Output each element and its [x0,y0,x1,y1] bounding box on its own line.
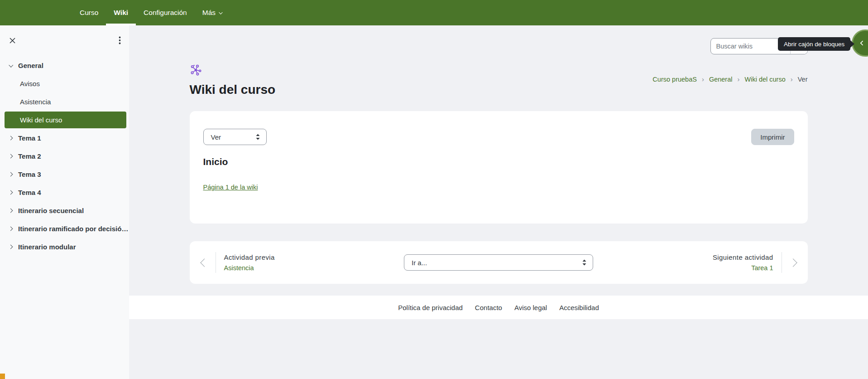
breadcrumb: Curso pruebaS › General › Wiki del curso… [652,75,807,83]
breadcrumb-link-course[interactable]: Curso pruebaS [652,76,697,83]
title-block: Wiki del curso [190,63,276,97]
course-index-options-button[interactable] [119,36,121,44]
sidebar-item-itinerario-secuencial[interactable]: Itinerario secuencial [0,201,129,219]
footer-link-legal[interactable]: Aviso legal [514,304,547,311]
sidebar-item-label: Itinerario modular [18,243,76,251]
tab-configuracion[interactable]: Configuración [136,0,195,25]
sidebar-item-label: Itinerario ramificado por decisió… [18,225,128,233]
jump-to-select[interactable]: Ir a... [404,254,593,271]
sidebar-item-label: Asistencia [20,98,51,106]
sidebar-item-label: Tema 3 [18,170,41,178]
main-region: Abrir cajón de bloques [129,25,868,379]
wiki-page-heading: Inicio [203,156,794,167]
prev-activity-text: Actividad previa Asistencia [224,253,275,272]
footer-link-privacy[interactable]: Política de privacidad [398,304,463,311]
sidebar-item-avisos[interactable]: Avisos [0,74,129,92]
sidebar-item-label: Tema 1 [18,134,41,142]
jump-to-value: Ir a... [412,259,427,267]
breadcrumb-link-general[interactable]: General [709,76,733,83]
tab-mas-label: Más [202,9,216,17]
sidebar-item-label: Avisos [20,80,40,87]
body-row: General Avisos Asistencia Wiki del curso… [0,25,868,379]
tab-wiki-label: Wiki [114,9,128,17]
tab-wiki[interactable]: Wiki [106,0,136,25]
sidebar-item-tema-1[interactable]: Tema 1 [0,129,129,147]
chevron-right-icon [9,172,13,176]
tab-curso[interactable]: Curso [72,0,106,25]
sidebar-item-itinerario-modular[interactable]: Itinerario modular [0,238,129,256]
corner-marker [0,374,5,379]
wiki-toolbar: Ver Imprimir [203,129,794,145]
view-mode-value: Ver [211,133,221,141]
wiki-page-link[interactable]: Página 1 de la wiki [203,184,258,191]
course-index-tree: General Avisos Asistencia Wiki del curso… [0,56,129,256]
next-activity-label: Siguiente actividad [713,253,773,261]
chevron-down-icon [219,10,223,14]
block-drawer-tooltip: Abrir cajón de bloques [778,37,850,51]
sidebar-item-label: General [18,62,43,69]
sidebar-item-itinerario-ramificado[interactable]: Itinerario ramificado por decisió… [0,219,129,238]
kebab-menu-icon [119,36,121,44]
chevron-right-icon [9,244,13,249]
next-activity-block: Siguiente actividad Tarea 1 [713,252,796,273]
wiki-content-card: Ver Imprimir Inicio Página 1 de la wiki [190,111,808,224]
sidebar-item-label: Tema 2 [18,152,41,160]
sidebar-item-tema-2[interactable]: Tema 2 [0,147,129,165]
wiki-activity-icon [190,63,276,78]
page-title: Wiki del curso [190,83,276,97]
prev-activity-block: Actividad previa Asistencia [201,252,275,273]
prev-activity-link[interactable]: Asistencia [224,264,254,272]
close-icon [9,37,16,44]
footer: Política de privacidad Contacto Aviso le… [129,296,868,319]
footer-link-contact[interactable]: Contacto [475,304,502,311]
footer-link-accessibility[interactable]: Accesibilidad [559,304,599,311]
course-index-drawer: General Avisos Asistencia Wiki del curso… [0,25,129,379]
sidebar-item-general[interactable]: General [0,56,129,74]
chevron-right-icon [9,226,13,231]
prev-activity-chevron[interactable] [200,258,208,267]
chevron-down-icon [9,63,13,67]
sidebar-item-wiki-del-curso[interactable]: Wiki del curso [5,112,126,128]
select-arrows-icon [255,133,260,141]
breadcrumb-current: Ver [798,76,808,83]
chevron-right-icon [9,136,13,140]
drawer-header [0,25,129,44]
divider [782,252,782,273]
view-mode-select[interactable]: Ver [203,129,267,145]
sidebar-item-tema-4[interactable]: Tema 4 [0,183,129,201]
sidebar-item-label: Itinerario secuencial [18,207,84,214]
next-activity-chevron[interactable] [789,258,797,267]
chevron-left-icon [860,40,865,45]
chevron-right-icon [9,154,13,158]
activity-navigation: Actividad previa Asistencia Ir a... [190,241,808,284]
top-navigation: Curso Wiki Configuración Más [0,0,868,25]
breadcrumb-separator: › [791,75,793,83]
breadcrumb-link-wiki[interactable]: Wiki del curso [744,76,785,83]
next-activity-link[interactable]: Tarea 1 [751,264,773,272]
next-activity-text: Siguiente actividad Tarea 1 [713,253,773,272]
chevron-right-icon [9,208,13,213]
prev-activity-label: Actividad previa [224,253,275,261]
breadcrumb-separator: › [737,75,739,83]
search-row [190,38,808,54]
breadcrumb-separator: › [702,75,704,83]
sidebar-item-label: Wiki del curso [20,116,62,124]
sidebar-item-label: Tema 4 [18,189,41,196]
page-header: Wiki del curso Curso pruebaS › General ›… [190,63,808,97]
divider [216,252,216,273]
close-drawer-button[interactable] [9,37,16,44]
page-content: Wiki del curso Curso pruebaS › General ›… [190,25,808,284]
select-arrows-icon [582,259,587,266]
moodle-app: Curso Wiki Configuración Más [0,0,868,379]
sidebar-item-tema-3[interactable]: Tema 3 [0,165,129,183]
sidebar-item-asistencia[interactable]: Asistencia [0,92,129,111]
tooltip-text: Abrir cajón de bloques [784,41,844,48]
chevron-right-icon [9,190,13,194]
print-button[interactable]: Imprimir [751,129,794,145]
tab-mas[interactable]: Más [195,0,230,25]
